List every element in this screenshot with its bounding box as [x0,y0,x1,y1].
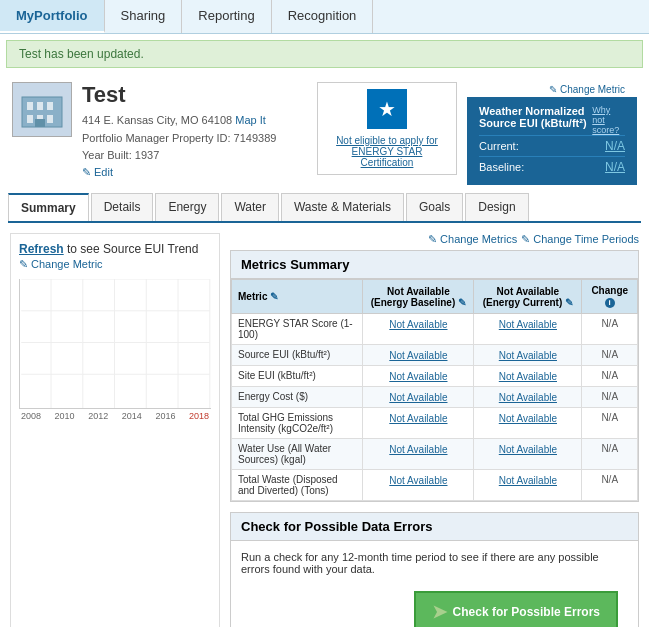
baseline-value-2[interactable]: Not Available [363,366,474,387]
metrics-title: Metrics Summary [231,251,638,279]
metric-name-0: ENERGY STAR Score (1-100) [232,314,363,345]
current-value-2[interactable]: Not Available [474,366,582,387]
svg-rect-6 [47,115,53,123]
change-value-1: N/A [582,345,638,366]
tab-energy[interactable]: Energy [155,193,219,221]
current-label: Current: [479,140,519,152]
check-errors-button[interactable]: Check for Possible Errors [414,591,618,627]
tab-recognition[interactable]: Recognition [272,0,374,33]
change-metrics-link[interactable]: Change Metrics [428,233,517,246]
tab-details[interactable]: Details [91,193,154,221]
col-metric: Metric ✎ [232,280,363,314]
change-metric-link[interactable]: Change Metric [19,258,211,271]
map-it-link[interactable]: Map It [235,114,266,126]
metrics-box: Metrics Summary Metric ✎ Not Available (… [230,250,639,502]
baseline-value-6[interactable]: Not Available [363,470,474,501]
energy-star-logo [367,89,407,129]
baseline-value-1[interactable]: Not Available [363,345,474,366]
refresh-link[interactable]: Refresh [19,242,64,256]
top-nav: MyPortfolio Sharing Reporting Recognitio… [0,0,649,34]
col-current: Not Available (Energy Current) ✎ [474,280,582,314]
baseline-value-link[interactable]: N/A [605,160,625,174]
edit-link[interactable]: ✎ Edit [82,166,113,179]
errors-description: Run a check for any 12-month time period… [241,551,628,575]
table-row: Source EUI (kBtu/ft²) Not Available Not … [232,345,638,366]
col-baseline: Not Available (Energy Baseline) ✎ [363,280,474,314]
col-change: Change i [582,280,638,314]
chart-year-labels: 2008 2010 2012 2014 2016 2018 [19,411,211,421]
chart-area [19,279,211,409]
svg-rect-1 [27,102,33,110]
why-not-score-link[interactable]: Why not score? [592,105,625,135]
change-time-periods-link[interactable]: Change Time Periods [521,233,639,246]
alert-bar: Test has been updated. [6,40,643,68]
baseline-value-3[interactable]: Not Available [363,387,474,408]
current-value-1[interactable]: Not Available [474,345,582,366]
metric-name-3: Energy Cost ($) [232,387,363,408]
errors-title: Check for Possible Data Errors [231,513,638,541]
tab-design[interactable]: Design [465,193,528,221]
change-value-6: N/A [582,470,638,501]
chart-panel: Refresh to see Source EUI Trend Change M… [10,233,220,627]
change-value-3: N/A [582,387,638,408]
baseline-value-5[interactable]: Not Available [363,439,474,470]
energy-star-box: Not eligible to apply for ENERGY STAR Ce… [317,82,457,175]
change-metric-top-link[interactable]: Change Metric [537,82,637,97]
svg-rect-4 [27,115,33,123]
current-value-0[interactable]: Not Available [474,314,582,345]
current-value-3[interactable]: Not Available [474,387,582,408]
change-value-4: N/A [582,408,638,439]
tab-sharing[interactable]: Sharing [105,0,183,33]
errors-box: Check for Possible Data Errors Run a che… [230,512,639,627]
current-value-5[interactable]: Not Available [474,439,582,470]
table-row: ENERGY STAR Score (1-100) Not Available … [232,314,638,345]
property-name: Test [82,82,307,108]
svg-rect-3 [47,102,53,110]
tab-goals[interactable]: Goals [406,193,463,221]
check-errors-label: Check for Possible Errors [453,605,600,619]
svg-rect-7 [35,119,45,127]
property-details: 414 E. Kansas City, MO 64108 Map It Port… [82,112,307,165]
change-value-5: N/A [582,439,638,470]
tab-waste[interactable]: Waste & Materials [281,193,404,221]
metric-name-4: Total GHG Emissions Intensity (kgCO2e/ft… [232,408,363,439]
svg-rect-2 [37,102,43,110]
property-info: Test 414 E. Kansas City, MO 64108 Map It… [82,82,307,179]
content-tabs: Summary Details Energy Water Waste & Mat… [8,193,641,223]
main-content: Refresh to see Source EUI Trend Change M… [0,223,649,627]
tab-reporting[interactable]: Reporting [182,0,271,33]
weather-normalized-box: Change Metric Weather Normalized Source … [467,82,637,185]
right-panel: Change Metrics Change Time Periods Metri… [230,233,639,627]
tab-summary[interactable]: Summary [8,193,89,221]
tab-myportfolio[interactable]: MyPortfolio [0,0,105,33]
table-row: Water Use (All Water Sources) (kgal) Not… [232,439,638,470]
current-value-link[interactable]: N/A [605,139,625,153]
metric-name-1: Source EUI (kBtu/ft²) [232,345,363,366]
table-row: Site EUI (kBtu/ft²) Not Available Not Av… [232,366,638,387]
baseline-label: Baseline: [479,161,524,173]
metric-name-5: Water Use (All Water Sources) (kgal) [232,439,363,470]
change-value-0: N/A [582,314,638,345]
property-image [12,82,72,137]
table-row: Total Waste (Disposed and Diverted) (Ton… [232,470,638,501]
table-row: Total GHG Emissions Intensity (kgCO2e/ft… [232,408,638,439]
metrics-table: Metric ✎ Not Available (Energy Baseline)… [231,279,638,501]
tab-water[interactable]: Water [221,193,279,221]
metric-name-2: Site EUI (kBtu/ft²) [232,366,363,387]
change-value-2: N/A [582,366,638,387]
baseline-value-0[interactable]: Not Available [363,314,474,345]
current-value-6[interactable]: Not Available [474,470,582,501]
table-row: Energy Cost ($) Not Available Not Availa… [232,387,638,408]
metric-name-6: Total Waste (Disposed and Diverted) (Ton… [232,470,363,501]
property-header: Test 414 E. Kansas City, MO 64108 Map It… [0,74,649,193]
baseline-value-4[interactable]: Not Available [363,408,474,439]
energy-star-link[interactable]: Not eligible to apply for ENERGY STAR Ce… [336,135,438,168]
chart-subtitle: to see Source EUI Trend [64,242,199,256]
current-value-4[interactable]: Not Available [474,408,582,439]
weather-box-title: Weather Normalized Source EUI (kBtu/ft²) [479,105,592,129]
